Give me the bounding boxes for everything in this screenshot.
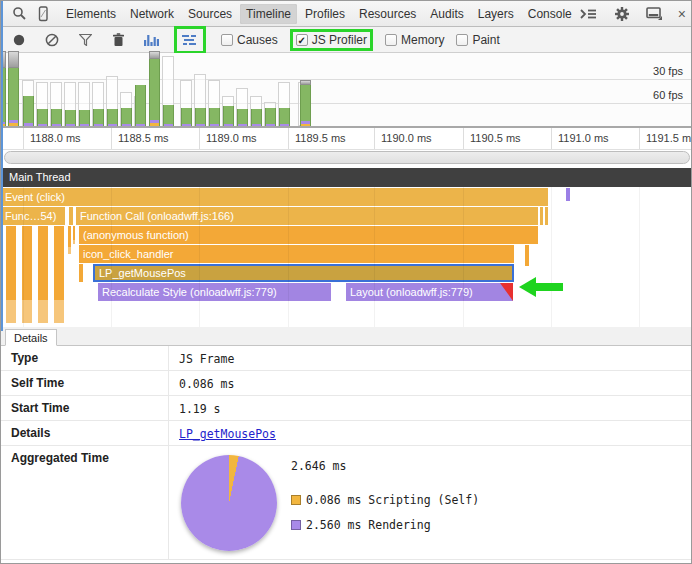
horizontal-scrollbar[interactable] — [4, 151, 690, 164]
frame-bar — [37, 109, 48, 126]
details-value: 1.19 s — [169, 396, 221, 420]
details-value-link[interactable]: LP_getMousePos — [169, 421, 276, 445]
flame-bar-lp-getmousepos[interactable]: LP_getMousePos — [93, 264, 514, 282]
flame-bar-event-click-[interactable]: Event (click) — [1, 188, 548, 206]
panel-tabs: ElementsNetworkSourcesTimelineProfilesRe… — [59, 4, 579, 24]
details-row-label: Details — [1, 421, 169, 445]
checkbox-memory[interactable]: Memory — [385, 33, 444, 47]
ruler-divider — [288, 128, 289, 149]
tab-resources[interactable]: Resources — [353, 4, 422, 24]
checkbox-js-profiler[interactable]: ✓JS Profiler — [290, 29, 373, 51]
frame-bar — [107, 109, 118, 126]
tab-elements[interactable]: Elements — [60, 4, 122, 24]
flame-bar[interactable] — [79, 264, 83, 282]
filter-icon[interactable] — [75, 30, 95, 50]
checkbox-box-memory[interactable] — [385, 34, 397, 46]
flame-bar[interactable] — [525, 245, 529, 266]
dock-side-icon[interactable] — [645, 4, 665, 24]
tab-sources[interactable]: Sources — [182, 4, 238, 24]
checkbox-label: Paint — [472, 33, 499, 47]
trash-icon[interactable] — [108, 30, 128, 50]
tab-profiles[interactable]: Profiles — [299, 4, 351, 24]
frame-bar-rendering-strip — [24, 123, 33, 126]
flame-chart-icon[interactable] — [180, 30, 200, 50]
ruler-label: 1189.0 ms — [206, 132, 257, 144]
checkbox-causes[interactable]: Causes — [221, 33, 278, 47]
frame-bar — [223, 106, 234, 126]
ruler-divider — [551, 128, 552, 149]
flame-stripe — [68, 226, 71, 254]
flame-bar--anonymous-function-[interactable]: (anonymous function) — [79, 226, 538, 244]
flame-bar-function-call-onloadwff-js-166-[interactable]: Function Call (onloadwff.js:166) — [76, 207, 548, 225]
close-icon[interactable]: × — [678, 7, 686, 21]
ruler-label: 1190.0 ms — [381, 132, 432, 144]
annotation-arrow — [519, 277, 565, 297]
flame-bar[interactable] — [566, 188, 570, 201]
frame-bar — [163, 105, 174, 126]
frame-bar — [79, 110, 90, 126]
tab-layers[interactable]: Layers — [472, 4, 520, 24]
frames-bars-icon[interactable] — [141, 30, 161, 50]
checkbox-box-causes[interactable] — [221, 34, 233, 46]
frame-bar — [135, 85, 146, 126]
ruler-divider — [199, 128, 200, 149]
clear-icon[interactable] — [42, 30, 62, 50]
flame-gridline — [639, 187, 640, 327]
timeline-overview[interactable]: 30 fps 60 fps — [1, 53, 691, 128]
aggregated-time-label: Aggregated Time — [1, 446, 169, 559]
frame-bar-rendering-strip — [301, 121, 310, 124]
frame-bar-cap — [8, 51, 19, 68]
toolbar-right-icons: × — [579, 4, 688, 24]
record-icon[interactable] — [9, 30, 29, 50]
search-icon[interactable] — [9, 4, 29, 24]
console-drawer-icon[interactable] — [579, 4, 599, 24]
details-row-label: Type — [1, 346, 169, 370]
ruler-divider — [23, 128, 24, 149]
settings-gear-icon[interactable] — [612, 4, 632, 24]
flame-gridline — [23, 187, 24, 327]
ruler-divider — [111, 128, 112, 149]
ruler-divider — [639, 128, 640, 149]
frame-bar — [8, 68, 19, 126]
frame-bar — [195, 108, 206, 126]
frame-bar — [121, 108, 132, 126]
checkbox-box-paint[interactable] — [456, 34, 468, 46]
aggregated-time-row: Aggregated Time 2.646 ms 0.086 ms Script… — [1, 446, 691, 560]
window-edge-highlight — [1, 1, 3, 331]
legend-swatch — [291, 520, 301, 530]
frame-bar-rendering-strip — [38, 124, 47, 126]
details-row-details: DetailsLP_getMousePos — [1, 421, 691, 446]
overview-bars — [1, 53, 691, 126]
flame-bar[interactable] — [69, 207, 73, 225]
device-mode-icon[interactable] — [33, 4, 53, 24]
frame-bar-rendering-strip — [136, 124, 145, 126]
aggregated-time-pie-chart — [181, 455, 277, 551]
flame-bar-layout-onloadwff-js-779-[interactable]: Layout (onloadwff.js:779) — [346, 283, 513, 301]
flame-stripe — [6, 226, 16, 323]
flame-bar-icon-click-handler[interactable]: icon_click_handler — [79, 245, 514, 263]
checkbox-box-js-profiler[interactable]: ✓ — [296, 34, 308, 46]
ruler-label: 1190.5 ms — [470, 132, 521, 144]
flame-chart[interactable]: Main Thread Event (click)Func…54)Functio… — [1, 168, 691, 327]
frame-bar-rendering-strip — [164, 124, 173, 126]
flame-bar-recalculate-style-onloadwff-js-779-[interactable]: Recalculate Style (onloadwff.js:779) — [98, 283, 331, 301]
warning-corner — [500, 283, 513, 301]
arrow-head — [519, 277, 536, 297]
timeline-controls-toolbar: Causes✓JS ProfilerMemoryPaint — [1, 27, 691, 53]
tab-timeline[interactable]: Timeline — [240, 4, 297, 24]
flame-bar-func-54-[interactable]: Func…54) — [1, 207, 65, 225]
flame-gridline — [551, 187, 552, 327]
ruler-label: 1191.5 ms — [646, 132, 692, 144]
details-value: 0.086 ms — [169, 371, 234, 395]
tab-console[interactable]: Console — [522, 4, 578, 24]
tab-details[interactable]: Details — [5, 329, 57, 346]
details-row-label: Self Time — [1, 371, 169, 395]
tab-audits[interactable]: Audits — [424, 4, 469, 24]
frame-bar-scripting-strip — [9, 123, 18, 126]
details-row-label: Start Time — [1, 396, 169, 420]
flame-gridline — [199, 187, 200, 327]
tab-network[interactable]: Network — [124, 4, 180, 24]
checkbox-paint[interactable]: Paint — [456, 33, 499, 47]
frame-bar — [237, 109, 248, 126]
main-thread-header: Main Thread — [1, 168, 691, 187]
